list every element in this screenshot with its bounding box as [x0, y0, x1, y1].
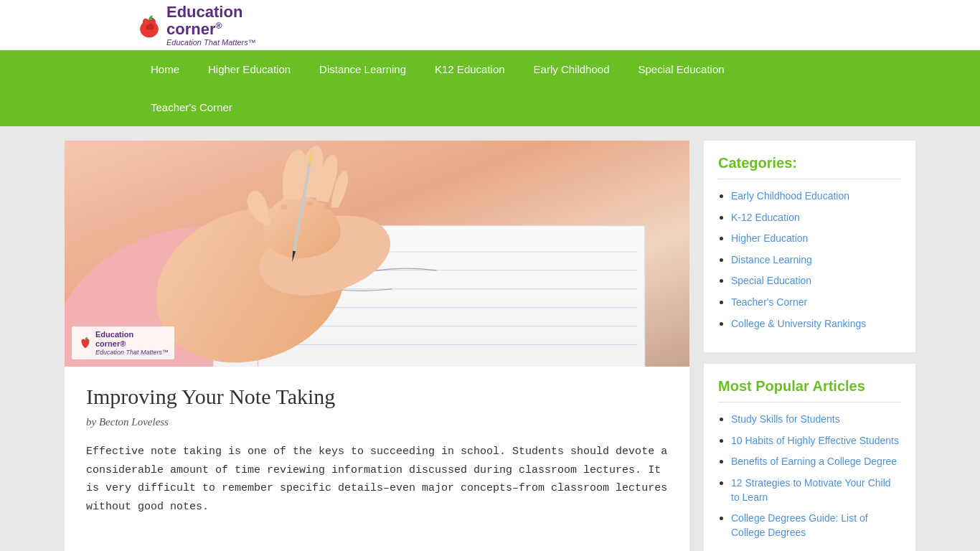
article-text: Effective note taking is one of the keys… — [86, 443, 668, 516]
nav-item-home[interactable]: Home — [136, 50, 194, 88]
watermark-tagline: Education That Matters™ — [95, 349, 169, 356]
article-image: Education corner® Education That Matters… — [65, 141, 689, 367]
category-k12-education[interactable]: K-12 Education — [731, 212, 800, 223]
nav-row-1: Home Higher Education Distance Learning … — [136, 50, 844, 88]
list-item: Early Childhood Education — [731, 189, 901, 204]
svg-point-20 — [324, 205, 331, 209]
logo[interactable]: Education corner® Education That Matters… — [136, 4, 256, 47]
popular-heading: Most Popular Articles — [718, 378, 901, 402]
nav-item-early-childhood[interactable]: Early Childhood — [519, 50, 624, 88]
category-distance-learning[interactable]: Distance Learning — [731, 254, 812, 265]
list-item: Study Skills for Students — [731, 413, 901, 427]
list-item: College & University Rankings — [731, 317, 901, 331]
list-item: College Degrees Guide: List of College D… — [731, 512, 901, 540]
list-item: Teacher's Corner — [731, 296, 901, 310]
categories-heading: Categories: — [718, 155, 901, 179]
logo-text: Education corner® — [166, 4, 256, 38]
popular-article-college-degrees[interactable]: College Degrees Guide: List of College D… — [731, 512, 868, 538]
popular-section: Most Popular Articles Study Skills for S… — [704, 364, 915, 551]
article-title: Improving Your Note Taking — [86, 385, 668, 409]
svg-point-18 — [281, 205, 288, 209]
list-item: Special Education — [731, 274, 901, 288]
popular-article-12-strategies[interactable]: 12 Strategies to Motivate Your Child to … — [731, 477, 891, 503]
site-header: Education corner® Education That Matters… — [0, 0, 980, 50]
article-author: by Becton Loveless — [86, 416, 668, 428]
category-higher-education[interactable]: Higher Education — [731, 232, 808, 244]
category-special-education[interactable]: Special Education — [731, 275, 811, 286]
nav-row-2: Teacher's Corner — [136, 88, 844, 126]
nav-item-k12-education[interactable]: K12 Education — [420, 50, 519, 88]
nav-item-special-education[interactable]: Special Education — [624, 50, 739, 88]
popular-article-benefits-college[interactable]: Benefits of Earning a College Degree — [731, 456, 897, 467]
main-content: Education corner® Education That Matters… — [65, 126, 915, 551]
list-item: 10 Habits of Highly Effective Students — [731, 434, 901, 448]
category-college-university-rankings[interactable]: College & University Rankings — [731, 318, 866, 329]
category-early-childhood-education[interactable]: Early Childhood Education — [731, 190, 849, 202]
list-item: 12 Strategies to Motivate Your Child to … — [731, 476, 901, 504]
logo-tagline: Education That Matters™ — [166, 38, 256, 47]
popular-list: Study Skills for Students 10 Habits of H… — [718, 413, 901, 540]
popular-article-study-skills[interactable]: Study Skills for Students — [731, 413, 840, 425]
watermark-logo-text: Education corner® — [95, 330, 169, 349]
nav-item-teachers-corner[interactable]: Teacher's Corner — [136, 88, 247, 126]
list-item: K-12 Education — [731, 211, 901, 225]
list-item: Distance Learning — [731, 253, 901, 268]
watermark-apple-icon — [77, 335, 93, 351]
categories-list: Early Childhood Education K-12 Education… — [718, 189, 901, 331]
nav-item-higher-education[interactable]: Higher Education — [194, 50, 305, 88]
image-watermark: Education corner® Education That Matters… — [72, 326, 174, 359]
main-nav: Home Higher Education Distance Learning … — [0, 50, 980, 126]
logo-apple-icon — [136, 12, 162, 38]
article-body: Improving Your Note Taking by Becton Lov… — [65, 367, 689, 534]
list-item: Benefits of Earning a College Degree — [731, 455, 901, 469]
category-teachers-corner[interactable]: Teacher's Corner — [731, 296, 807, 308]
sidebar: Categories: Early Childhood Education K-… — [704, 141, 915, 551]
categories-section: Categories: Early Childhood Education K-… — [704, 141, 915, 352]
list-item: Higher Education — [731, 232, 901, 246]
article: Education corner® Education That Matters… — [65, 141, 689, 551]
popular-article-10-habits[interactable]: 10 Habits of Highly Effective Students — [731, 435, 899, 446]
svg-point-19 — [306, 201, 314, 205]
nav-item-distance-learning[interactable]: Distance Learning — [305, 50, 420, 88]
